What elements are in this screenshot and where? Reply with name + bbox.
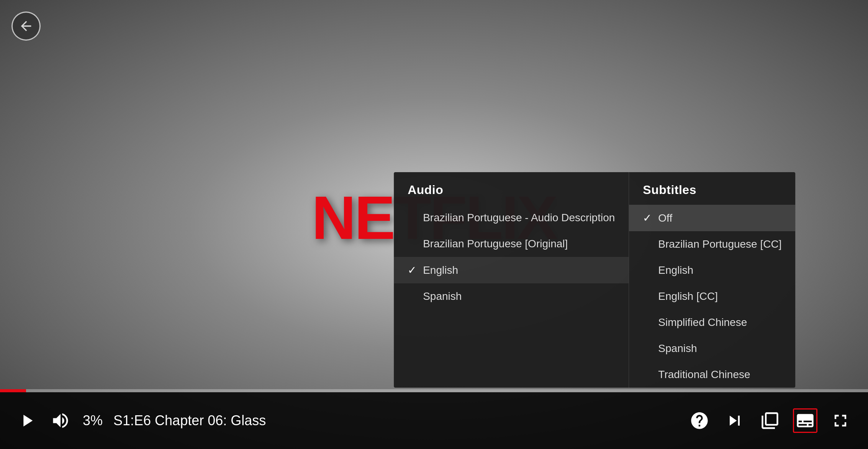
audio-column: Audio Brazilian Portuguese - Audio Descr… [394, 172, 629, 388]
next-episode-button[interactable] [722, 408, 747, 433]
subtitle-item[interactable]: Traditional Chinese [629, 362, 795, 388]
audio-item[interactable]: Brazilian Portuguese - Audio Description [394, 205, 629, 231]
audio-header: Audio [394, 172, 629, 205]
fullscreen-button[interactable] [828, 408, 853, 433]
subtitle-item[interactable]: English [629, 257, 795, 283]
play-button[interactable] [15, 409, 38, 432]
subtitles-header: Subtitles [629, 172, 795, 205]
audio-item[interactable]: Spanish [394, 283, 629, 309]
subtitle-item[interactable]: Brazilian Portuguese [CC] [629, 231, 795, 257]
audio-item[interactable]: ✓English [394, 257, 629, 283]
subtitles-items-list: ✓OffBrazilian Portuguese [CC]EnglishEngl… [629, 205, 795, 388]
audio-items-list: Brazilian Portuguese - Audio Description… [394, 205, 629, 309]
progress-percent: 3% [83, 409, 103, 432]
subtitle-item[interactable]: Simplified Chinese [629, 309, 795, 336]
episodes-button[interactable] [758, 408, 782, 433]
controls-bar: 3% S1:E6 Chapter 06: Glass [0, 392, 868, 449]
back-button[interactable] [11, 12, 41, 41]
av-panel: Audio Brazilian Portuguese - Audio Descr… [394, 172, 795, 388]
help-button[interactable] [687, 408, 712, 433]
subtitle-item[interactable]: English [CC] [629, 283, 795, 309]
subtitle-item[interactable]: ✓Off [629, 205, 795, 231]
volume-button[interactable] [49, 409, 72, 432]
progress-bar-fill [0, 389, 26, 392]
audio-item[interactable]: Brazilian Portuguese [Original] [394, 231, 629, 257]
progress-bar-container[interactable] [0, 389, 868, 392]
subtitles-button[interactable] [793, 408, 817, 433]
episode-label: S1:E6 Chapter 06: Glass [113, 413, 676, 429]
subtitles-column: Subtitles ✓OffBrazilian Portuguese [CC]E… [629, 172, 795, 388]
subtitle-item[interactable]: Spanish [629, 336, 795, 362]
